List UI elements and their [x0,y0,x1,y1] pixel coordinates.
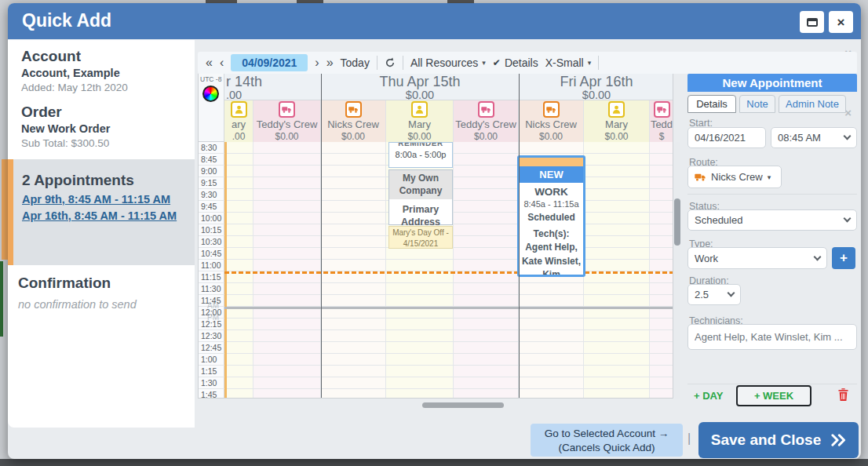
start-date-input[interactable]: 04/16/2021 [687,127,766,148]
resource-header[interactable]: Teddy's Crew $0.00 [253,100,321,142]
person-icon [234,104,244,115]
size-dropdown[interactable]: X-Small ▾ [545,56,592,69]
day-divider [519,74,520,399]
caret-down-icon: ▾ [588,59,592,67]
reminder-event[interactable]: REMINDER 8:00a - 5:00p [388,142,453,168]
toolbar-divider [403,56,403,70]
person-icon [611,104,622,115]
chevron-down-icon [844,133,852,140]
technicians-input[interactable] [687,324,857,350]
tab-details[interactable]: Details [687,95,736,113]
resource-header[interactable]: Mary $0.00 [386,100,454,142]
duration-select[interactable]: 2.5 [687,284,741,305]
resource-header-row: ary .00 Teddy's Crew $0.00 Nicks Crew $0… [199,100,673,142]
color-wheel-icon[interactable] [202,86,219,102]
truck-icon [657,104,667,115]
type-select[interactable]: Work [687,247,827,269]
background-page-fragment [0,261,3,337]
time-label: 10:00 [199,213,224,224]
time-label: 12:00 [199,307,224,319]
day-divider [321,74,322,399]
refresh-button[interactable] [385,57,396,68]
check-icon: ✔ [493,57,501,68]
order-heading: Order [21,104,195,121]
background-page-edge [0,459,868,466]
day-header: Thu Apr 15th $0.00 [321,74,519,100]
calendar-grid[interactable]: 8:308:459:009:159:309:4510:0010:1510:301… [199,142,673,399]
resource-header[interactable]: Tedd $ [650,100,673,142]
time-label: 1:15 [199,366,224,377]
arrow-right-icon: → [658,428,669,439]
close-dialog-button[interactable]: × [829,11,853,33]
resources-filter-dropdown[interactable]: All Resources ▾ [410,56,486,69]
time-label: 9:00 [199,166,224,177]
chevron-down-icon [844,215,852,223]
add-week-button[interactable]: + WEEK [736,385,811,406]
new-appointment-event[interactable]: NEW WORK 8:45a - 11:15a Scheduled Tech(s… [517,155,585,277]
time-label: 9:30 [199,189,224,201]
company-event[interactable]: My Own Company Primary Address [388,169,453,225]
plus-icon: + [840,250,848,266]
footer-divider: | [687,431,691,446]
status-select[interactable]: Scheduled [687,209,857,231]
date-picker-button[interactable]: 04/09/2021 [231,54,308,71]
goto-account-button[interactable]: Go to Selected Account → (Cancels Quick … [531,424,683,457]
appointment-link[interactable]: Apr 9th, 8:45 AM - 11:15 AM [22,193,195,206]
time-label: 10:15 [199,224,224,236]
tab-note[interactable]: Note [739,95,775,113]
add-type-button[interactable]: + [832,247,855,269]
resource-header[interactable]: Nicks Crew $0.00 [519,100,584,142]
size-dropdown-label: X-Small [545,56,584,69]
chevron-down-icon [814,253,822,260]
technicians-input-field[interactable] [695,331,850,343]
truck-icon [481,104,491,115]
resource-column [454,142,519,399]
skip-back-button[interactable]: « [206,56,213,69]
vertical-scrollbar-track[interactable] [674,142,680,399]
tab-admin-note[interactable]: Admin Note [779,95,846,113]
time-label: 10:45 [199,248,224,260]
noon-divider [224,307,673,309]
resource-header[interactable]: Teddy's Crew $0.00 [454,100,519,142]
resource-header[interactable]: Mary $0.00 [584,100,650,142]
event-sliver [224,142,227,399]
time-label: 12:30 [199,330,224,342]
time-label: 9:45 [199,201,224,213]
day-off-event[interactable]: Mary's Day Off - 4/15/2021 [388,226,453,249]
resource-header[interactable]: ary .00 [224,100,253,142]
toolbar-divider [377,56,377,70]
truck-icon [546,104,556,115]
delete-appointment-button[interactable] [838,388,848,404]
details-toggle[interactable]: ✔ Details [493,56,538,69]
today-button[interactable]: Today [341,56,370,69]
account-order-card: Account Account, Example Added: May 12th… [8,40,195,159]
resource-header[interactable]: Nicks Crew $0.00 [321,100,386,142]
time-label: 11:30 [199,283,224,295]
horizontal-scrollbar-thumb[interactable] [422,402,504,408]
skip-forward-button[interactable]: » [326,56,334,69]
time-label: 12:45 [199,342,224,354]
truck-icon [348,104,359,115]
account-name: Account, Example [21,67,195,79]
prev-day-button[interactable]: ‹ [220,56,224,69]
calendar-toolbar: « ‹ 04/09/2021 › » Today All Resources ▾… [198,52,857,74]
save-and-close-button[interactable]: Save and Close [698,422,859,458]
order-subtotal: Sub Total: $300.50 [21,137,195,149]
new-appointment-panel: New Appointment Details Note Admin Note … [687,74,857,411]
time-label: 11:45 [199,295,224,307]
time-label: 11:00 [199,260,224,271]
vertical-scrollbar-thumb[interactable] [674,198,680,246]
route-dropdown[interactable]: Nicks Crew ▾ [687,166,782,188]
refresh-icon [385,57,396,68]
add-day-button[interactable]: + DAY [694,390,723,402]
restore-window-button[interactable] [800,11,824,33]
time-label: 10:30 [199,236,224,248]
next-day-button[interactable]: › [315,56,319,69]
event-flag [520,158,583,166]
timezone-label: UTC -8 [200,75,221,83]
start-time-select[interactable]: 08:45 AM [771,127,857,148]
appointment-link[interactable]: Apr 16th, 8:45 AM - 11:15 AM [22,209,195,222]
time-label: 11:15 [199,271,224,283]
quick-add-dialog: Quick Add × Account Account, Example Add… [8,3,861,459]
current-time-line [224,271,673,274]
